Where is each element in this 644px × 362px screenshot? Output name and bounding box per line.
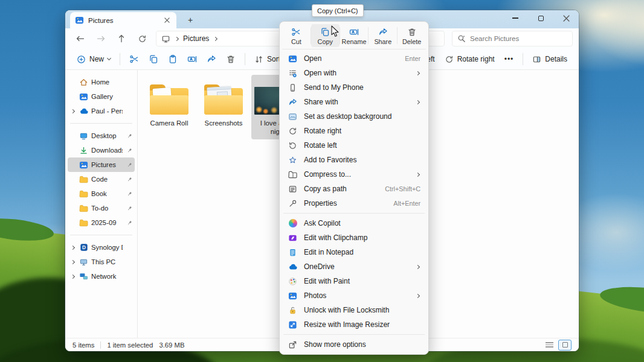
menu-item-open-with[interactable]: Open with [282, 66, 426, 80]
share-button[interactable] [202, 51, 221, 68]
sidebar-item-code[interactable]: Code [68, 172, 135, 186]
download-icon [79, 146, 89, 155]
maximize-button[interactable] [528, 10, 553, 26]
folder-screenshots[interactable]: Screenshots [197, 75, 250, 131]
menu-item-edit-with-paint[interactable]: Edit with Paint [282, 274, 426, 288]
expand-chevron-icon[interactable] [70, 259, 74, 264]
breadcrumb-pictures[interactable]: Pictures [183, 34, 209, 43]
sidebar-item-pictures[interactable]: Pictures [68, 157, 135, 172]
expand-chevron-icon[interactable] [70, 245, 74, 249]
cut-quick-button[interactable]: Cut [282, 24, 311, 47]
close-icon [563, 15, 570, 22]
photos-icon [79, 160, 89, 170]
rename-icon [349, 27, 359, 37]
folder-camera-roll[interactable]: Camera Roll [143, 75, 196, 131]
up-button[interactable] [112, 31, 130, 46]
list-view-button[interactable] [546, 342, 553, 348]
sidebar-item-downloads[interactable]: Downloads [68, 143, 135, 157]
photos-icon [79, 92, 89, 101]
rotate-right-button[interactable]: Rotate right [440, 51, 499, 68]
share-icon [207, 54, 216, 64]
selection-size: 3.69 MB [159, 341, 184, 349]
forward-button[interactable] [92, 31, 110, 46]
paste-button[interactable] [164, 51, 182, 68]
desktop: Pictures + [0, 0, 644, 362]
menu-item-unlock-with-file-locksmith[interactable]: Unlock with File Locksmith [282, 303, 426, 317]
sidebar-item-synology-drive[interactable]: D Synology Drive - th [68, 240, 135, 255]
onedrive-icon [288, 262, 298, 272]
details-button[interactable]: Details [528, 51, 572, 68]
delete-quick-button[interactable]: Delete [398, 24, 426, 47]
rotate-left-icon [288, 141, 298, 150]
expand-chevron-icon[interactable] [70, 274, 74, 278]
menu-item-onedrive[interactable]: OneDrive [282, 259, 426, 274]
cut-icon [291, 27, 301, 37]
delete-button[interactable] [222, 51, 240, 68]
large-thumbnails-view-button[interactable] [558, 340, 572, 351]
sort-icon [254, 55, 263, 64]
cut-icon [129, 54, 139, 64]
menu-item-edit-with-clipchamp[interactable]: Edit with Clipchamp [282, 230, 426, 245]
expand-chevron-icon[interactable] [70, 109, 74, 113]
menu-item-edit-in-notepad[interactable]: Edit in Notepad [282, 245, 426, 259]
menu-item-add-to-favorites[interactable]: Add to Favorites [282, 153, 426, 167]
copy-tooltip: Copy (Ctrl+C) [312, 4, 364, 17]
desktop-icon [79, 132, 89, 141]
submenu-chevron-icon [416, 172, 420, 176]
sidebar-item-gallery[interactable]: Gallery [68, 89, 135, 104]
cut-button[interactable] [125, 51, 143, 68]
menu-item-open[interactable]: Open Enter [282, 51, 426, 66]
copy-button[interactable] [144, 51, 163, 68]
menu-item-photos[interactable]: Photos [282, 288, 426, 303]
chevron-right-icon [213, 36, 217, 40]
search-input[interactable]: Search Pictures [452, 31, 573, 46]
menu-item-resize-with-image-resizer[interactable]: Resize with Image Resizer [282, 317, 426, 332]
sidebar-item-home[interactable]: Home [68, 75, 135, 89]
menu-item-ask-copilot[interactable]: Ask Copilot [282, 216, 426, 230]
menu-item-rotate-left[interactable]: Rotate left [282, 138, 426, 153]
file-name: Camera Roll [150, 119, 188, 127]
close-button[interactable] [553, 10, 579, 26]
tab-pictures[interactable]: Pictures [70, 12, 176, 28]
submenu-chevron-icon [416, 100, 420, 104]
menu-item-properties[interactable]: Properties Alt+Enter [282, 196, 426, 211]
pin-icon [125, 176, 134, 183]
sidebar-item-onedrive-personal[interactable]: Paul - Personal [68, 104, 135, 118]
folder-icon [150, 84, 188, 115]
menu-item-set-as-desktop-background[interactable]: Set as desktop background [282, 109, 426, 124]
more-options-button[interactable]: ••• [500, 51, 518, 68]
back-button[interactable] [71, 31, 89, 46]
pin-icon [125, 133, 134, 139]
sidebar-item-network[interactable]: Network [68, 269, 135, 284]
menu-item-rotate-right[interactable]: Rotate right [282, 124, 426, 138]
menu-item-copy-as-path[interactable]: Copy as path Ctrl+Shift+C [282, 182, 426, 196]
new-tab-button[interactable]: + [185, 14, 196, 25]
rename-quick-button[interactable]: Rename [340, 24, 369, 47]
chevron-right-icon [175, 36, 179, 40]
copy-path-icon [288, 185, 298, 194]
share-quick-button[interactable]: Share [369, 24, 397, 47]
minimize-icon [512, 17, 518, 18]
menu-item-show-more-options[interactable]: Show more options [282, 337, 426, 352]
synology-drive-icon: D [79, 243, 89, 252]
file-name: Screenshots [205, 119, 243, 127]
search-icon [457, 34, 466, 43]
new-button[interactable]: New [72, 51, 115, 68]
context-menu: Cut Copy Rename Share Delete [279, 21, 429, 355]
rename-button[interactable] [183, 51, 201, 68]
minimize-button[interactable] [503, 10, 528, 26]
star-icon [288, 156, 298, 165]
menu-item-send-to-my-phone[interactable]: Send to My Phone [282, 80, 426, 95]
sidebar-item-to-do[interactable]: To-do [68, 201, 135, 215]
sidebar-item-desktop[interactable]: Desktop [68, 129, 135, 143]
onedrive-icon [79, 106, 89, 116]
trash-icon [226, 54, 236, 64]
sidebar-item-2025-09[interactable]: 2025-09 [68, 215, 135, 230]
sidebar-item-book[interactable]: Book [68, 186, 135, 201]
pin-icon [125, 162, 134, 168]
sidebar-item-this-pc[interactable]: This PC [68, 255, 135, 269]
refresh-button[interactable] [133, 31, 151, 46]
tab-close-icon[interactable] [162, 16, 172, 25]
menu-item-share-with[interactable]: Share with [282, 95, 426, 109]
menu-item-compress-to[interactable]: Compress to... [282, 167, 426, 182]
